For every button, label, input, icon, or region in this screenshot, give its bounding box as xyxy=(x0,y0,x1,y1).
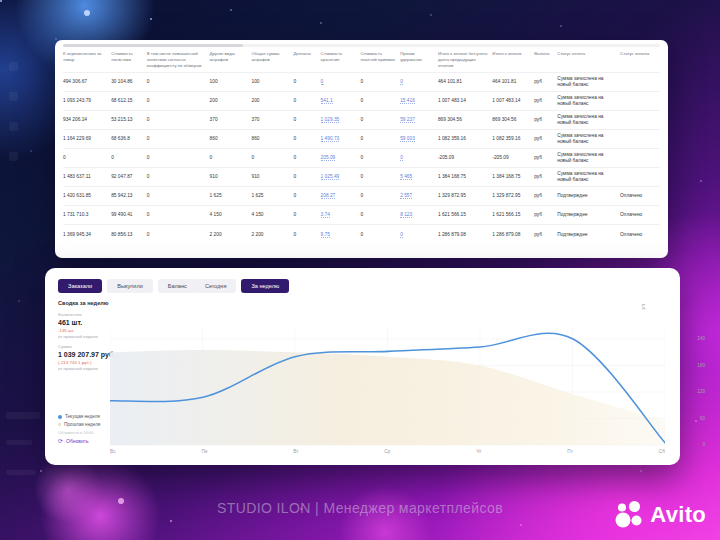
legend-dot-icon xyxy=(58,415,62,419)
table-row: 1 731 710.399 490.4104 1504 15003.7408 1… xyxy=(63,206,660,225)
table-cell: руб xyxy=(534,225,557,244)
background-app-hint xyxy=(6,440,32,445)
table-cell: 0 xyxy=(360,225,400,244)
metric-tabs: ЗаказалиВыкупилиБаланс xyxy=(58,279,197,293)
table-cell: 0 xyxy=(360,187,400,206)
reports-table-card: К перечислению за товарСтоимость логисти… xyxy=(55,40,668,258)
x-tick-label: Чт xyxy=(476,449,481,454)
table-cell: Сумма зачислена на новый баланс xyxy=(557,168,620,187)
table-cell: 0 xyxy=(360,206,400,225)
horizontal-scrollbar[interactable] xyxy=(63,44,660,47)
table-cell: 1 625 xyxy=(252,187,294,206)
tab-Заказали[interactable]: Заказали xyxy=(58,279,102,293)
table-cell: 100 xyxy=(252,73,294,92)
detail-link[interactable]: 541.1 xyxy=(321,98,333,104)
table-cell: -205.09 xyxy=(492,149,534,168)
table-cell: руб xyxy=(534,187,557,206)
refresh-button[interactable]: ⟳ Обновить xyxy=(58,438,100,444)
table-cell: 0 xyxy=(293,111,320,130)
table-row: 494 306.6730 104.8601001000000464 101.81… xyxy=(63,73,660,92)
table-row: 1 369 945.3480 856.1302 2002 20009.75001… xyxy=(63,225,660,244)
table-cell: 0 xyxy=(63,149,111,168)
detail-link[interactable]: 205.09 xyxy=(321,155,336,161)
column-header: Статус оплаты xyxy=(620,49,660,73)
detail-link[interactable]: 59 003 xyxy=(400,136,415,142)
table-cell: 0 xyxy=(111,149,147,168)
legend-label: Прошлая неделя xyxy=(64,422,100,427)
detail-link[interactable]: 8 123 xyxy=(400,212,412,218)
detail-link[interactable]: 208.27 xyxy=(321,193,336,199)
column-header: К перечислению за товар xyxy=(63,49,111,73)
table-cell: 370 xyxy=(210,111,252,130)
table-cell: Оплачено xyxy=(620,206,660,225)
reports-table: К перечислению за товарСтоимость логисти… xyxy=(63,49,660,244)
table-cell: 0 xyxy=(293,73,320,92)
horizontal-scrollbar-thumb[interactable] xyxy=(63,44,243,47)
table-cell: 0 xyxy=(147,225,210,244)
detail-link[interactable]: 1 490.73 xyxy=(321,136,340,142)
table-cell: руб xyxy=(534,92,557,111)
detail-link[interactable]: 0 xyxy=(400,232,403,238)
table-cell: 0 xyxy=(293,225,320,244)
table-cell: 1 369 945.34 xyxy=(63,225,111,244)
background-stars xyxy=(0,0,2,2)
table-cell: 0 xyxy=(147,206,210,225)
table-cell: 59 237 xyxy=(400,111,438,130)
table-cell: 30 104.86 xyxy=(111,73,147,92)
column-header: Валюта xyxy=(534,49,557,73)
table-cell: 0 xyxy=(293,92,320,111)
detail-link[interactable]: 1 029.35 xyxy=(321,117,340,123)
period-tab-За неделю[interactable]: За неделю xyxy=(241,279,289,293)
detail-link[interactable]: 9.75 xyxy=(321,232,330,238)
table-cell: Сумма зачислена на новый баланс xyxy=(557,111,620,130)
table-cell: 0 xyxy=(147,187,210,206)
table-cell: 1 384 168.75 xyxy=(438,168,492,187)
table-cell: 869 304.56 xyxy=(492,111,534,130)
tab-Выкупили[interactable]: Выкупили xyxy=(107,279,153,293)
table-row: 000000205.0900-205.09-205.09рубСумма зач… xyxy=(63,149,660,168)
legend-item-previous-week[interactable]: Прошлая неделя xyxy=(58,422,100,427)
weekly-line-chart: 601201802400 xyxy=(110,298,665,450)
table-cell xyxy=(620,130,660,149)
table-cell: Сумма зачислена на новый баланс xyxy=(557,149,620,168)
table-cell: 205.09 xyxy=(321,149,361,168)
detail-link[interactable]: 1 025.49 xyxy=(321,174,340,180)
detail-link[interactable]: 0 xyxy=(400,79,403,85)
chart-canvas xyxy=(110,298,665,450)
table-cell: 0 xyxy=(293,130,320,149)
tab-Баланс[interactable]: Баланс xyxy=(158,279,197,293)
table-cell: 1 082 359.16 xyxy=(492,130,534,149)
table-cell: 99 490.41 xyxy=(111,206,147,225)
table-cell: 8 123 xyxy=(400,206,438,225)
table-cell: 934 206.14 xyxy=(63,111,111,130)
period-tab-Сегодня[interactable]: Сегодня xyxy=(195,279,236,293)
detail-link[interactable]: 5 465 xyxy=(400,174,412,180)
table-cell: 1 164 229.69 xyxy=(63,130,111,149)
table-cell: 1 625 xyxy=(210,187,252,206)
table-row: 1 483 637.1192 047.87091091001 025.4905 … xyxy=(63,168,660,187)
column-header: Стоимость хранения xyxy=(321,49,361,73)
detail-link[interactable]: 2 557 xyxy=(400,193,412,199)
detail-link[interactable]: 0 xyxy=(400,155,403,161)
table-cell: 0 xyxy=(400,73,438,92)
detail-link[interactable]: 15 416 xyxy=(400,98,415,104)
table-cell: 1 483 637.11 xyxy=(63,168,111,187)
detail-link[interactable]: 59 237 xyxy=(400,117,415,123)
legend-item-current-week[interactable]: Текущая неделя xyxy=(58,414,100,419)
table-cell: 0 xyxy=(360,149,400,168)
table-cell: 0 xyxy=(360,130,400,149)
avito-wordmark: Avito xyxy=(650,502,706,528)
column-header: В том числе повышенной логистики согласн… xyxy=(147,49,210,73)
detail-link[interactable]: 0 xyxy=(321,79,324,85)
table-cell: 0 xyxy=(400,225,438,244)
background-app-hint xyxy=(9,152,18,161)
detail-link[interactable]: 3.74 xyxy=(321,212,330,218)
table-cell: 1 329 872.95 xyxy=(438,187,492,206)
table-cell: 0 xyxy=(360,111,400,130)
column-header: Доплаты xyxy=(293,49,320,73)
table-cell: руб xyxy=(534,168,557,187)
table-cell: 53 215.13 xyxy=(111,111,147,130)
table-cell: 5 465 xyxy=(400,168,438,187)
column-header: Итого к оплате без учета долга предыдущи… xyxy=(438,49,492,73)
table-cell: Подтвержден xyxy=(557,206,620,225)
